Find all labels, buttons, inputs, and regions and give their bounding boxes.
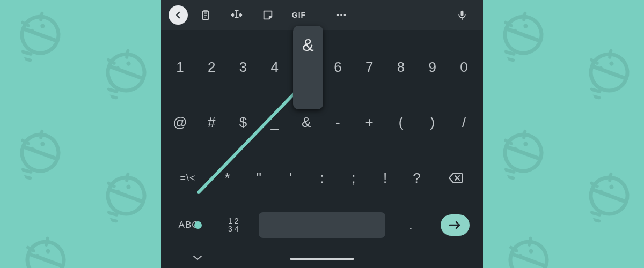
key-underscore[interactable]: _ [259, 95, 290, 150]
key-asterisk[interactable]: * [211, 151, 243, 206]
keyboard-collapse-button[interactable] [192, 254, 203, 264]
key-4[interactable]: 4 [259, 40, 290, 95]
keyboard-keys: 1 2 3 4 5 6 7 8 9 0 @ # $ _ & - + ( ) / … [161, 30, 483, 250]
svg-rect-16 [461, 11, 464, 16]
key-exclamation[interactable]: ! [369, 151, 401, 206]
period-key[interactable]: . [389, 210, 433, 240]
svg-point-15 [344, 14, 346, 16]
key-3[interactable]: 3 [228, 40, 259, 95]
key-7[interactable]: 7 [354, 40, 385, 95]
microphone-icon [457, 9, 467, 21]
system-navbar [161, 250, 483, 268]
gif-label: GIF [292, 11, 306, 19]
backspace-icon [448, 172, 464, 184]
key-9[interactable]: 9 [416, 40, 448, 95]
key-double-quote[interactable]: " [243, 151, 275, 206]
key-semicolon[interactable]: ; [338, 151, 369, 206]
key-0[interactable]: 0 [448, 40, 480, 95]
keyboard-toolbar: GIF [161, 0, 483, 30]
key-paren-close[interactable]: ) [416, 95, 448, 150]
chevron-down-icon [192, 254, 203, 262]
svg-point-14 [340, 14, 342, 16]
key-2[interactable]: 2 [196, 40, 228, 95]
key-ampersand[interactable]: & [290, 95, 322, 150]
key-colon[interactable]: : [306, 151, 338, 206]
spacebar-key[interactable] [259, 212, 385, 238]
key-at[interactable]: @ [164, 95, 196, 150]
key-row-4: ABC 1 2 3 4 . [164, 206, 480, 250]
key-hash[interactable]: # [196, 95, 228, 150]
key-slash[interactable]: / [448, 95, 480, 150]
enter-pill [441, 214, 470, 236]
key-row-3: =\< * " ' : ; ! ? [164, 151, 480, 206]
clipboard-icon [200, 9, 211, 21]
toolbar-divider [320, 8, 320, 22]
key-plus[interactable]: + [354, 95, 385, 150]
sticker-icon [262, 9, 274, 21]
key-row-1: 1 2 3 4 5 6 7 8 9 0 [164, 40, 480, 95]
clipboard-button[interactable] [192, 4, 219, 26]
key-8[interactable]: 8 [385, 40, 417, 95]
more-button[interactable] [328, 4, 355, 26]
chevron-left-icon [173, 10, 183, 20]
symbols-mode-key[interactable]: =\< [164, 151, 211, 206]
home-indicator[interactable] [290, 258, 354, 260]
abc-mode-key[interactable]: ABC [166, 210, 211, 240]
numpad-mode-key[interactable]: 1 2 3 4 [211, 210, 255, 240]
key-question[interactable]: ? [401, 151, 433, 206]
text-edit-button[interactable] [223, 4, 250, 26]
sticker-button[interactable] [254, 4, 281, 26]
key-paren-open[interactable]: ( [385, 95, 417, 150]
more-horizontal-icon [335, 9, 347, 21]
arrow-right-icon [448, 220, 462, 230]
key-1[interactable]: 1 [164, 40, 196, 95]
svg-point-13 [337, 14, 339, 16]
numpad-label: 1 2 3 4 [228, 217, 238, 234]
key-5[interactable]: 5 [290, 40, 322, 95]
key-single-quote[interactable]: ' [275, 151, 306, 206]
text-cursor-icon [230, 9, 243, 21]
key-dollar[interactable]: $ [228, 95, 259, 150]
back-button[interactable] [169, 5, 188, 25]
backspace-key[interactable] [433, 151, 480, 206]
enter-key[interactable] [433, 210, 478, 240]
mic-button[interactable] [449, 4, 475, 26]
key-6[interactable]: 6 [322, 40, 354, 95]
key-row-2: @ # $ _ & - + ( ) / [164, 95, 480, 150]
keyboard-panel: GIF 1 2 3 4 5 6 7 8 9 0 @ # $ _ & [161, 0, 483, 268]
key-minus[interactable]: - [322, 95, 354, 150]
gif-button[interactable]: GIF [286, 4, 312, 26]
